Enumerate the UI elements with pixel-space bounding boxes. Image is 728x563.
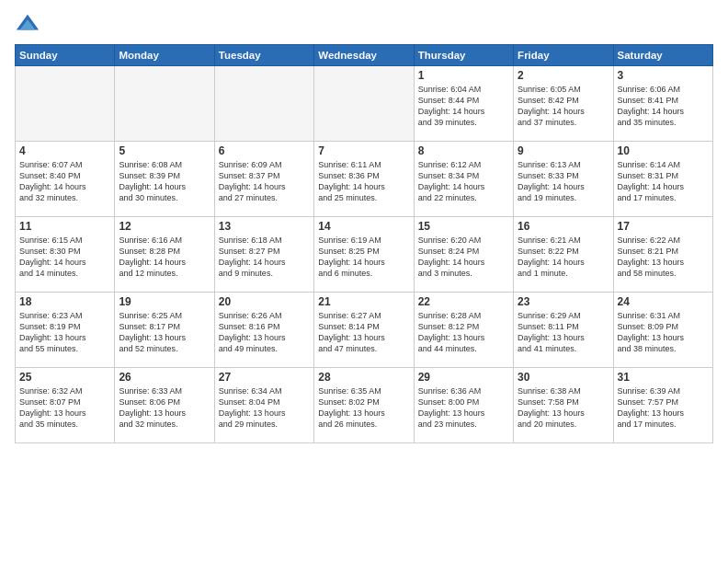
day-number: 13 [219,220,310,233]
day-info: Sunrise: 6:22 AM Sunset: 8:21 PM Dayligh… [618,235,709,280]
weekday-monday: Monday [115,45,214,66]
calendar-cell: 18Sunrise: 6:23 AM Sunset: 8:19 PM Dayli… [16,293,115,368]
page: SundayMondayTuesdayWednesdayThursdayFrid… [0,0,728,563]
day-info: Sunrise: 6:20 AM Sunset: 8:24 PM Dayligh… [418,235,509,280]
calendar-cell: 1Sunrise: 6:04 AM Sunset: 8:44 PM Daylig… [414,66,513,142]
day-number: 2 [518,69,609,82]
day-info: Sunrise: 6:39 AM Sunset: 7:57 PM Dayligh… [618,385,709,431]
day-info: Sunrise: 6:16 AM Sunset: 8:28 PM Dayligh… [119,235,210,280]
day-info: Sunrise: 6:28 AM Sunset: 8:12 PM Dayligh… [418,310,509,355]
logo-icon [15,11,40,37]
day-info: Sunrise: 6:34 AM Sunset: 8:04 PM Dayligh… [219,385,310,431]
day-info: Sunrise: 6:12 AM Sunset: 8:34 PM Dayligh… [418,159,509,204]
day-info: Sunrise: 6:06 AM Sunset: 8:41 PM Dayligh… [618,84,709,129]
day-info: Sunrise: 6:23 AM Sunset: 8:19 PM Dayligh… [19,310,110,355]
calendar-table: SundayMondayTuesdayWednesdayThursdayFrid… [15,44,713,443]
day-info: Sunrise: 6:15 AM Sunset: 8:30 PM Dayligh… [19,235,110,280]
day-info: Sunrise: 6:33 AM Sunset: 8:06 PM Dayligh… [119,385,210,431]
day-number: 18 [19,295,110,308]
day-number: 28 [318,371,409,384]
day-info: Sunrise: 6:25 AM Sunset: 8:17 PM Dayligh… [119,310,210,355]
day-number: 8 [418,144,509,157]
week-row-4: 18Sunrise: 6:23 AM Sunset: 8:19 PM Dayli… [16,293,713,368]
day-info: Sunrise: 6:14 AM Sunset: 8:31 PM Dayligh… [618,159,709,204]
day-number: 19 [119,295,210,308]
day-number: 10 [618,144,709,157]
header [15,11,713,37]
calendar-cell: 17Sunrise: 6:22 AM Sunset: 8:21 PM Dayli… [613,217,712,293]
calendar-cell: 31Sunrise: 6:39 AM Sunset: 7:57 PM Dayli… [613,368,712,443]
calendar-cell: 28Sunrise: 6:35 AM Sunset: 8:02 PM Dayli… [314,368,414,443]
weekday-saturday: Saturday [613,45,712,66]
day-info: Sunrise: 6:27 AM Sunset: 8:14 PM Dayligh… [318,310,409,355]
calendar-cell: 10Sunrise: 6:14 AM Sunset: 8:31 PM Dayli… [613,142,712,217]
day-number: 1 [418,69,509,82]
calendar-cell: 5Sunrise: 6:08 AM Sunset: 8:39 PM Daylig… [115,142,214,217]
day-number: 16 [518,220,609,233]
day-info: Sunrise: 6:04 AM Sunset: 8:44 PM Dayligh… [418,84,509,129]
calendar-cell [16,66,115,142]
calendar-cell: 26Sunrise: 6:33 AM Sunset: 8:06 PM Dayli… [115,368,214,443]
calendar-cell [314,66,414,142]
day-number: 26 [119,371,210,384]
day-info: Sunrise: 6:29 AM Sunset: 8:11 PM Dayligh… [518,310,609,355]
day-number: 17 [618,220,709,233]
day-number: 27 [219,371,310,384]
day-info: Sunrise: 6:19 AM Sunset: 8:25 PM Dayligh… [318,235,409,280]
day-info: Sunrise: 6:11 AM Sunset: 8:36 PM Dayligh… [318,159,409,204]
day-info: Sunrise: 6:35 AM Sunset: 8:02 PM Dayligh… [318,385,409,431]
day-info: Sunrise: 6:13 AM Sunset: 8:33 PM Dayligh… [518,159,609,204]
day-info: Sunrise: 6:26 AM Sunset: 8:16 PM Dayligh… [219,310,310,355]
calendar-cell: 25Sunrise: 6:32 AM Sunset: 8:07 PM Dayli… [16,368,115,443]
week-row-5: 25Sunrise: 6:32 AM Sunset: 8:07 PM Dayli… [16,368,713,443]
day-number: 30 [518,371,609,384]
day-number: 12 [119,220,210,233]
week-row-2: 4Sunrise: 6:07 AM Sunset: 8:40 PM Daylig… [16,142,713,217]
day-number: 15 [418,220,509,233]
calendar-cell: 2Sunrise: 6:05 AM Sunset: 8:42 PM Daylig… [514,66,613,142]
calendar-cell: 30Sunrise: 6:38 AM Sunset: 7:58 PM Dayli… [514,368,613,443]
weekday-sunday: Sunday [16,45,115,66]
day-number: 9 [518,144,609,157]
calendar-cell: 16Sunrise: 6:21 AM Sunset: 8:22 PM Dayli… [514,217,613,293]
calendar-cell: 6Sunrise: 6:09 AM Sunset: 8:37 PM Daylig… [214,142,313,217]
day-number: 22 [418,295,509,308]
day-info: Sunrise: 6:05 AM Sunset: 8:42 PM Dayligh… [518,84,609,129]
calendar-cell: 7Sunrise: 6:11 AM Sunset: 8:36 PM Daylig… [314,142,414,217]
day-info: Sunrise: 6:18 AM Sunset: 8:27 PM Dayligh… [219,235,310,280]
week-row-1: 1Sunrise: 6:04 AM Sunset: 8:44 PM Daylig… [16,66,713,142]
calendar-cell: 24Sunrise: 6:31 AM Sunset: 8:09 PM Dayli… [613,293,712,368]
weekday-header-row: SundayMondayTuesdayWednesdayThursdayFrid… [16,45,713,66]
day-info: Sunrise: 6:08 AM Sunset: 8:39 PM Dayligh… [119,159,210,204]
calendar-cell: 21Sunrise: 6:27 AM Sunset: 8:14 PM Dayli… [314,293,414,368]
day-number: 23 [518,295,609,308]
calendar-cell: 23Sunrise: 6:29 AM Sunset: 8:11 PM Dayli… [514,293,613,368]
logo [15,11,44,37]
day-info: Sunrise: 6:36 AM Sunset: 8:00 PM Dayligh… [418,385,509,431]
day-number: 3 [618,69,709,82]
day-number: 5 [119,144,210,157]
day-number: 14 [318,220,409,233]
day-info: Sunrise: 6:07 AM Sunset: 8:40 PM Dayligh… [19,159,110,204]
day-number: 11 [19,220,110,233]
day-number: 21 [318,295,409,308]
calendar-cell: 13Sunrise: 6:18 AM Sunset: 8:27 PM Dayli… [214,217,313,293]
calendar-cell: 9Sunrise: 6:13 AM Sunset: 8:33 PM Daylig… [514,142,613,217]
day-info: Sunrise: 6:21 AM Sunset: 8:22 PM Dayligh… [518,235,609,280]
day-number: 4 [19,144,110,157]
calendar-cell: 14Sunrise: 6:19 AM Sunset: 8:25 PM Dayli… [314,217,414,293]
calendar-cell [115,66,214,142]
calendar-cell: 19Sunrise: 6:25 AM Sunset: 8:17 PM Dayli… [115,293,214,368]
calendar-cell: 22Sunrise: 6:28 AM Sunset: 8:12 PM Dayli… [414,293,513,368]
weekday-thursday: Thursday [414,45,513,66]
day-info: Sunrise: 6:32 AM Sunset: 8:07 PM Dayligh… [19,385,110,431]
day-info: Sunrise: 6:38 AM Sunset: 7:58 PM Dayligh… [518,385,609,431]
calendar-cell [214,66,313,142]
weekday-tuesday: Tuesday [214,45,313,66]
day-number: 24 [618,295,709,308]
calendar-cell: 11Sunrise: 6:15 AM Sunset: 8:30 PM Dayli… [16,217,115,293]
calendar-cell: 15Sunrise: 6:20 AM Sunset: 8:24 PM Dayli… [414,217,513,293]
day-number: 31 [618,371,709,384]
weekday-friday: Friday [514,45,613,66]
day-number: 29 [418,371,509,384]
